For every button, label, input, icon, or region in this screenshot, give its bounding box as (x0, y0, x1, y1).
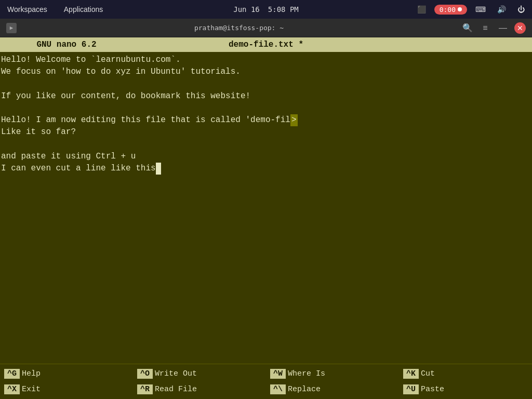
shortcut-label-whereis: Where Is (288, 369, 325, 378)
keyboard-icon[interactable]: ⌨ (472, 4, 489, 15)
line-10: I can even cut a line like this (1, 164, 161, 173)
shortcut-label-help: Help (22, 369, 41, 378)
shortcut-writeout: ^O Write Out (133, 367, 266, 381)
terminal-tab-icon: ▶ (6, 23, 17, 33)
shortcut-label-cut: Cut (421, 369, 435, 378)
record-button[interactable]: 0:00 (434, 5, 467, 15)
shortcut-col-3: ^W Where Is ^\ Replace (266, 364, 399, 399)
system-topbar: Workspaces Applications Jun 16 5:08 PM ⬛… (0, 0, 532, 19)
shortcut-readfile: ^R Read File (133, 382, 266, 396)
line-1: Hello! Welcome to `learnubuntu.com`. (1, 55, 181, 64)
shortcut-label-writeout: Write Out (155, 369, 197, 378)
shortcut-exit: ^X Exit (0, 382, 133, 396)
shortcut-key-u: ^U (403, 384, 419, 394)
shortcut-key-k: ^K (403, 369, 419, 379)
overflow-indicator: > (290, 114, 298, 126)
topbar-center: Jun 16 5:08 PM (233, 5, 299, 14)
topbar-right: ⬛ 0:00 ⌨ 🔊 ⏻ (414, 4, 528, 15)
shortcut-col-1: ^G Help ^X Exit (0, 364, 133, 399)
shortcut-key-o: ^O (137, 369, 153, 379)
shortcut-label-replace: Replace (288, 385, 321, 394)
power-icon[interactable]: ⏻ (514, 4, 528, 15)
terminal-window: ▶ pratham@itsfoss-pop: ~ 🔍 ≡ — ✕ GNU nan… (0, 19, 532, 399)
screen-icon[interactable]: ⬛ (414, 4, 429, 15)
shortcut-whereis: ^W Where Is (266, 367, 399, 381)
minimize-button[interactable]: — (497, 22, 509, 34)
line-6: Hello! I am now editing this file that i… (1, 115, 298, 125)
text-cursor (156, 163, 161, 175)
shortcut-key-w: ^W (270, 369, 286, 379)
menu-button[interactable]: ≡ (479, 22, 491, 34)
shortcut-key-x: ^X (4, 384, 20, 394)
record-label: 0:00 (440, 6, 456, 14)
line-2: We focus on 'how to do xyz in Ubuntu' tu… (1, 67, 241, 76)
line-7: Like it so far? (1, 127, 76, 137)
shortcut-cut: ^K Cut (399, 367, 532, 381)
nano-header: GNU nano 6.2 demo-file.txt * (0, 37, 532, 52)
nano-filename: demo-file.txt * (133, 40, 399, 49)
shortcut-col-4: ^K Cut ^U Paste (399, 364, 532, 399)
shortcut-key-r: ^R (137, 384, 153, 394)
shortcut-col-2: ^O Write Out ^R Read File (133, 364, 266, 399)
shortcut-key-g: ^G (4, 369, 20, 379)
shortcut-label-paste: Paste (421, 385, 444, 394)
sound-icon[interactable]: 🔊 (494, 4, 509, 15)
shortcut-paste: ^U Paste (399, 382, 532, 396)
nano-content[interactable]: Hello! Welcome to `learnubuntu.com`. We … (0, 52, 532, 364)
close-button[interactable]: ✕ (514, 22, 526, 34)
nano-version: GNU nano 6.2 (0, 40, 133, 49)
workspaces-menu[interactable]: Workspaces (4, 4, 50, 15)
record-dot-icon (458, 7, 462, 11)
shortcut-label-readfile: Read File (155, 385, 197, 394)
shortcut-key-backslash: ^\ (270, 384, 286, 394)
topbar-date: Jun 16 (233, 5, 260, 14)
nano-shortcuts: ^G Help ^X Exit ^O Write Out ^R Read Fil… (0, 364, 532, 399)
terminal-title: pratham@itsfoss-pop: ~ (21, 24, 457, 32)
applications-menu[interactable]: Applications (61, 4, 107, 15)
terminal-titlebar: ▶ pratham@itsfoss-pop: ~ 🔍 ≡ — ✕ (0, 19, 532, 37)
topbar-left: Workspaces Applications (4, 4, 106, 15)
nano-editor[interactable]: GNU nano 6.2 demo-file.txt * Hello! Welc… (0, 37, 532, 399)
search-button[interactable]: 🔍 (461, 22, 474, 34)
shortcut-replace: ^\ Replace (266, 382, 399, 396)
line-9: and paste it using Ctrl + u (1, 152, 136, 161)
shortcut-help: ^G Help (0, 367, 133, 381)
shortcut-label-exit: Exit (22, 385, 41, 394)
line-4: If you like our content, do bookmark thi… (1, 91, 250, 101)
topbar-time: 5:08 PM (268, 5, 299, 14)
terminal-actions: 🔍 ≡ — ✕ (461, 22, 526, 34)
